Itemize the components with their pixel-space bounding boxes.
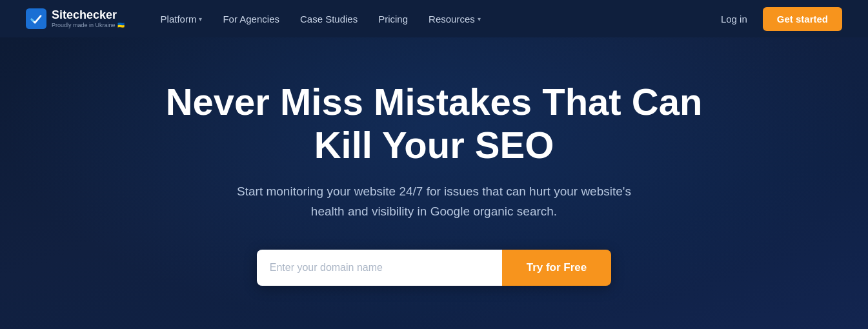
nav-actions: Log in Get started — [716, 7, 842, 31]
get-started-button[interactable]: Get started — [763, 7, 842, 31]
nav-item-platform[interactable]: Platform ▾ — [150, 0, 213, 37]
nav-item-agencies[interactable]: For Agencies — [212, 0, 290, 37]
cta-row: Try for Free — [257, 250, 612, 286]
ukraine-flag: 🇺🇦 — [117, 22, 125, 29]
domain-input[interactable] — [257, 250, 502, 286]
nav-item-pricing[interactable]: Pricing — [368, 0, 418, 37]
hero-subtitle: Start monitoring your website 24/7 for i… — [234, 182, 634, 221]
logo-tagline: Proudly made in Ukraine 🇺🇦 — [52, 22, 125, 29]
svg-rect-0 — [26, 8, 46, 29]
logo-link[interactable]: Sitechecker Proudly made in Ukraine 🇺🇦 — [26, 8, 125, 29]
chevron-down-icon: ▾ — [199, 15, 202, 23]
chevron-down-icon: ▾ — [478, 15, 481, 23]
login-button[interactable]: Log in — [716, 14, 752, 25]
nav-links: Platform ▾ For Agencies Case Studies Pri… — [150, 0, 716, 37]
navbar: Sitechecker Proudly made in Ukraine 🇺🇦 P… — [0, 0, 868, 37]
try-free-button[interactable]: Try for Free — [502, 250, 612, 286]
hero-section: Never Miss Mistakes That Can Kill Your S… — [0, 37, 868, 329]
logo-icon — [26, 8, 46, 29]
hero-title: Never Miss Mistakes That Can Kill Your S… — [144, 81, 725, 166]
nav-item-resources[interactable]: Resources ▾ — [418, 0, 491, 37]
logo-text: Sitechecker Proudly made in Ukraine 🇺🇦 — [52, 9, 125, 29]
logo-name: Sitechecker — [52, 9, 125, 22]
nav-item-case-studies[interactable]: Case Studies — [290, 0, 368, 37]
